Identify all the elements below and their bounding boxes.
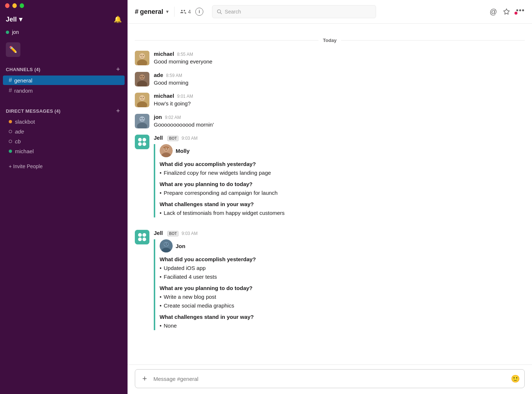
svg-point-27 (142, 138, 146, 142)
avatar-jell-1 (135, 135, 149, 149)
dm-item-cb[interactable]: cb (3, 137, 125, 146)
sidebar: Jell ▾ 🔔 jon ✏️ CHANNELS (4) + # general… (0, 0, 128, 394)
bot-badge-1: BOT (167, 136, 179, 141)
bot-message-jon: Jell BOT 9:03 AM (135, 228, 525, 335)
minimize-button[interactable] (12, 3, 17, 8)
message-header-jon-1: jon 9:02 AM (154, 114, 525, 120)
bot-card-answer-jon-1a: • Updated iOS app (160, 264, 525, 273)
add-dm-button[interactable]: + (114, 107, 122, 115)
maximize-button[interactable] (20, 3, 24, 8)
dm-name-ade: ade (15, 128, 24, 135)
message-time-jon: 9:02 AM (165, 115, 181, 120)
notification-bell-icon[interactable]: 🔔 (114, 15, 122, 23)
at-mention-button[interactable]: @ (490, 8, 497, 16)
svg-point-34 (167, 148, 168, 149)
message-michael-1: michael 8:55 AM Good morning everyone (135, 49, 525, 67)
input-plus-button[interactable]: + (140, 374, 150, 384)
workspace-name-button[interactable]: Jell ▾ (6, 15, 22, 23)
message-input-field[interactable] (153, 376, 507, 382)
message-author-jell-2: Jell (154, 230, 163, 236)
workspace-chevron-icon: ▾ (19, 15, 22, 23)
message-time-ade: 8:59 AM (166, 73, 182, 78)
invite-people-button[interactable]: + Invite People (0, 159, 128, 174)
svg-point-37 (142, 233, 146, 237)
search-placeholder: Search (225, 9, 241, 15)
dm-item-slackbot[interactable]: slackbot (3, 117, 125, 126)
svg-point-12 (143, 76, 144, 77)
sidebar-item-general[interactable]: # general (3, 76, 125, 85)
channel-name-random: random (14, 88, 33, 94)
bot-card-answer-jon-2a: • Write a new blog post (160, 293, 525, 301)
bot-badge-2: BOT (167, 231, 179, 236)
star-button[interactable] (503, 8, 510, 15)
svg-point-38 (138, 237, 142, 241)
current-user-label: jon (12, 29, 19, 35)
message-header-michael-1: michael 8:55 AM (154, 51, 525, 57)
message-author-jon: jon (154, 114, 162, 120)
dm-status-dot-ade (9, 130, 12, 133)
messages-area[interactable]: Today michael 8:55 AM (128, 24, 532, 364)
star-icon (503, 8, 510, 15)
channel-name-general: general (14, 77, 32, 84)
bot-card-answer-jon-2b: • Create social media graphics (160, 301, 525, 310)
emoji-button[interactable]: 🙂 (511, 374, 520, 383)
svg-point-23 (141, 118, 141, 119)
add-channel-button[interactable]: + (114, 66, 122, 73)
channel-hash-icon: # (9, 77, 12, 84)
message-time-jell-1: 9:03 AM (181, 136, 197, 141)
online-status-dot (6, 31, 9, 34)
bot-card-section-jon-3: What challenges stand in your way? • Non… (160, 314, 525, 330)
svg-point-6 (143, 55, 144, 56)
svg-point-22 (140, 116, 145, 121)
bot-card-bullet-jon-2b: Create social media graphics (164, 301, 234, 310)
bot-card-answer-jon-3: • None (160, 321, 525, 330)
channel-dropdown-icon[interactable]: ▾ (166, 9, 168, 14)
dm-item-michael[interactable]: michael (3, 147, 125, 156)
message-time-jell-2: 9:03 AM (181, 231, 197, 236)
message-content-ade-1: ade 8:59 AM Good morning (154, 72, 525, 87)
channel-hash-main: # (135, 8, 138, 16)
message-author: michael (154, 51, 174, 57)
main-content: # general ▾ 4 i Search @ (128, 0, 532, 394)
message-jon-1: jon 9:02 AM Goooooooooood mornin’ (135, 112, 525, 131)
dm-status-dot-michael (9, 150, 12, 153)
bot-card-question-molly-3: What challenges stand in your way? (160, 201, 525, 207)
bot-card-bullet-jon-1b: Faciliated 4 user tests (164, 273, 217, 281)
channel-hash-icon: # (9, 87, 12, 94)
search-box[interactable]: Search (212, 5, 376, 18)
message-time: 8:55 AM (177, 52, 193, 57)
svg-point-28 (138, 142, 142, 146)
bot-card-name-jon: Jon (176, 243, 185, 249)
compose-button[interactable]: ✏️ (6, 42, 20, 57)
message-text-michael-2: How’s it going? (154, 100, 525, 108)
sidebar-item-random[interactable]: # random (3, 86, 125, 95)
bot-card-question-molly-2: What are you planning to do today? (160, 181, 525, 187)
message-input-area: + 🙂 (128, 364, 532, 394)
message-text: Good morning everyone (154, 58, 525, 66)
avatar-ade (135, 72, 149, 86)
member-count[interactable]: 4 (180, 9, 191, 15)
dm-name-michael: michael (15, 148, 34, 154)
workspace-header: Jell ▾ 🔔 (0, 11, 128, 28)
bot-card-user-jon: Jon (160, 239, 525, 252)
bot-card-section-molly-3: What challenges stand in your way? • Lac… (160, 201, 525, 217)
svg-point-11 (141, 76, 141, 77)
svg-point-33 (165, 148, 165, 149)
info-icon[interactable]: i (195, 8, 203, 16)
message-content-jell-jon: Jell BOT 9:03 AM (154, 230, 525, 334)
message-input-box[interactable]: + 🙂 (135, 369, 525, 388)
close-button[interactable] (5, 3, 9, 8)
message-header-jell-2: Jell BOT 9:03 AM (154, 230, 525, 236)
bot-card-section-jon-2: What are you planning to do today? • Wri… (160, 285, 525, 310)
dm-section-title: DIRECT MESSAGES (4) (6, 108, 60, 114)
avatar-michael-2 (135, 93, 149, 107)
dm-item-ade[interactable]: ade (3, 127, 125, 136)
members-icon (180, 9, 186, 14)
dm-section-header: DIRECT MESSAGES (4) + (0, 101, 128, 117)
window-chrome (0, 0, 29, 11)
bot-card-answer-jon-1b: • Faciliated 4 user tests (160, 273, 525, 281)
bot-card-answer-molly-3: • Lack of testimonials from happy widget… (160, 209, 525, 217)
svg-point-43 (165, 244, 165, 244)
bot-card-jon: Jon What did you accomplish yesterday? •… (154, 239, 525, 330)
svg-point-16 (140, 95, 145, 100)
